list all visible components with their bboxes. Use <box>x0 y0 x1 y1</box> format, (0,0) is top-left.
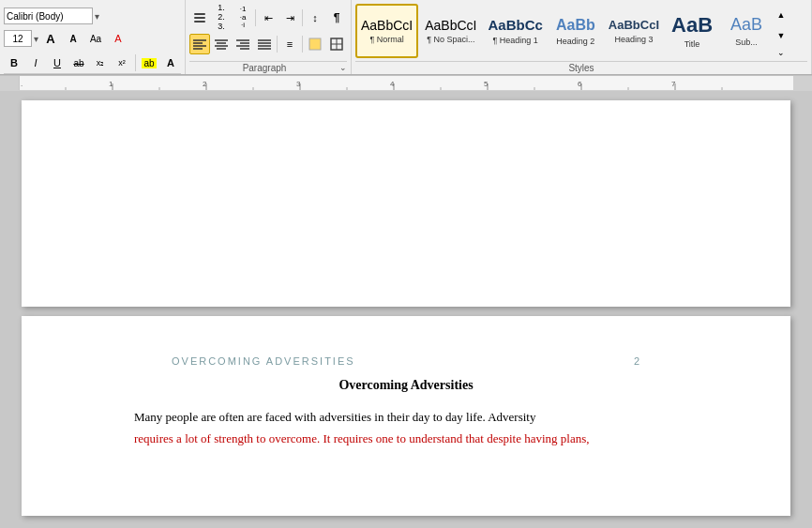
multilevel-button[interactable]: ·1 ·a ·i <box>233 8 253 28</box>
style-normal-button[interactable]: AaBbCcI ¶ Normal <box>355 4 418 58</box>
svg-text:2: 2 <box>203 80 207 88</box>
doc-content: Overcoming Adversities Many people are o… <box>97 378 715 450</box>
increase-indent-button[interactable]: ⇥ <box>279 8 300 28</box>
styles-group-label: Styles <box>355 61 807 74</box>
page-header: OVERCOMING ADVERSITIES 2 <box>97 344 715 378</box>
align-left-button[interactable] <box>189 34 210 54</box>
svg-text:7: 7 <box>671 80 676 88</box>
svg-text:6: 6 <box>578 80 582 88</box>
align-right-button[interactable] <box>233 34 253 54</box>
font-color-button[interactable]: A <box>160 53 181 73</box>
header-title: OVERCOMING ADVERSITIES <box>172 355 355 367</box>
doc-paragraph-1: Many people are often are faced with adv… <box>97 406 715 428</box>
justify-button[interactable] <box>254 34 275 54</box>
svg-text:5: 5 <box>484 80 489 88</box>
bullets-button[interactable] <box>189 8 210 28</box>
paragraph-group-label: Paragraph ⌄ <box>189 61 347 74</box>
shading-button[interactable] <box>305 34 325 54</box>
italic-button[interactable]: I <box>25 53 46 73</box>
underline-button[interactable]: U <box>47 53 68 73</box>
svg-rect-16 <box>309 38 321 50</box>
bold-button[interactable]: B <box>4 53 24 73</box>
page-2: OVERCOMING ADVERSITIES 2 Overcoming Adve… <box>22 316 790 516</box>
font-expand-icon: ▾ <box>95 11 99 22</box>
style-heading2-button[interactable]: AaBb Heading 2 <box>549 4 602 58</box>
svg-text:1: 1 <box>109 80 113 88</box>
strikethrough-button[interactable]: ab <box>68 53 89 73</box>
line-spacing-button[interactable]: ≡ <box>279 34 300 54</box>
style-heading1-button[interactable]: AaBbCc ¶ Heading 1 <box>484 4 548 58</box>
paragraph-expand-btn[interactable]: ⌄ <box>339 63 347 72</box>
svg-text:4: 4 <box>390 80 395 88</box>
styles-scroll-down[interactable]: ▼ <box>774 26 788 45</box>
text-highlight-button[interactable]: ab <box>139 53 159 73</box>
superscript-button[interactable]: x² <box>112 53 132 73</box>
borders-button[interactable] <box>326 34 347 54</box>
numbering-button[interactable]: 1.2.3. <box>211 8 232 28</box>
align-center-button[interactable] <box>211 34 232 54</box>
svg-text:.: . <box>21 80 23 88</box>
style-title-button[interactable]: AaB Title <box>666 4 718 58</box>
font-grow-button[interactable]: A <box>40 28 61 49</box>
page-1 <box>22 100 790 307</box>
font-name-input[interactable] <box>4 8 93 24</box>
style-no-spacing-button[interactable]: AaBbCcI ¶ No Spaci... <box>420 4 481 58</box>
font-size-input[interactable] <box>4 30 32 47</box>
clear-format-button[interactable]: A <box>108 28 128 49</box>
styles-more[interactable]: ⌄ <box>774 46 788 59</box>
doc-paragraph-2: requires a lot of strength to overcome. … <box>97 428 715 449</box>
font-size-expand-icon: ▾ <box>34 34 38 44</box>
document-area: OVERCOMING ADVERSITIES 2 Overcoming Adve… <box>0 91 812 525</box>
doc-heading: Overcoming Adversities <box>97 378 715 393</box>
page-number: 2 <box>634 355 640 367</box>
font-case-button[interactable]: Aa <box>85 28 106 49</box>
subscript-button[interactable]: x₂ <box>90 53 111 73</box>
sort-button[interactable]: ↕ <box>305 8 325 28</box>
decrease-indent-button[interactable]: ⇤ <box>258 8 278 28</box>
styles-scroll-up[interactable]: ▲ <box>774 6 788 24</box>
svg-text:3: 3 <box>296 80 301 88</box>
style-heading3-button[interactable]: AaBbCcI Heading 3 <box>604 4 664 58</box>
show-marks-button[interactable]: ¶ <box>326 8 347 28</box>
font-shrink-button[interactable]: A <box>63 28 83 49</box>
style-subtitle-button[interactable]: AaB Sub... <box>720 4 773 58</box>
ruler: . 1 2 3 4 5 6 7 <box>0 76 812 91</box>
